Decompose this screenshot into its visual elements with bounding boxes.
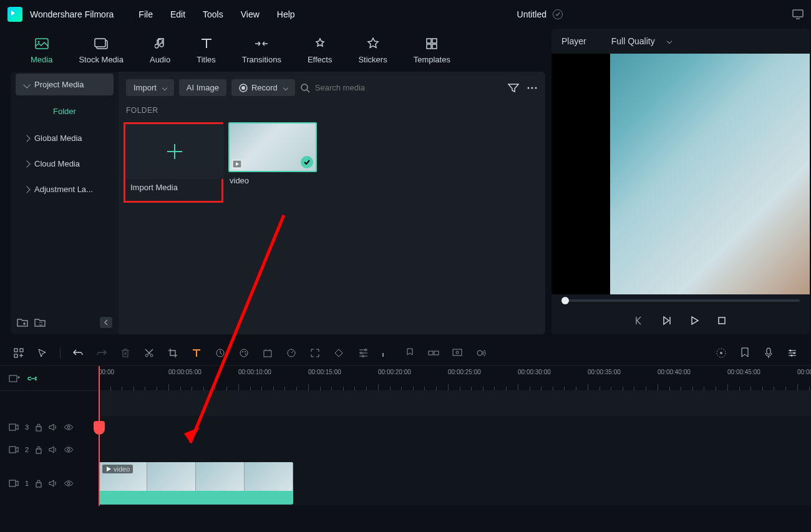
tab-templates[interactable]: Templates: [406, 34, 458, 67]
expand-icon[interactable]: [309, 347, 321, 359]
speed-icon[interactable]: [214, 347, 226, 359]
tab-stock-media[interactable]: Stock Media: [71, 34, 131, 67]
mixer-icon[interactable]: [786, 347, 799, 359]
visibility-icon[interactable]: [64, 447, 74, 453]
import-media-highlight: Import Media: [124, 122, 223, 203]
cursor-icon[interactable]: [36, 347, 49, 359]
ruler-track[interactable]: 00:0000:00:05:0000:00:10:0000:00:15:0000…: [99, 366, 811, 390]
marker-tool-icon[interactable]: [404, 347, 416, 359]
monitor-icon[interactable]: [792, 9, 804, 19]
color-icon[interactable]: [238, 347, 250, 359]
playhead-handle[interactable]: [94, 421, 105, 435]
new-folder-icon[interactable]: [17, 317, 28, 327]
menu-view[interactable]: View: [241, 9, 260, 19]
lock-icon[interactable]: [35, 445, 42, 454]
menu-tools[interactable]: Tools: [203, 9, 223, 19]
crop-icon[interactable]: [167, 347, 179, 359]
player-panel: Player Full Quality: [551, 29, 810, 334]
track-content[interactable]: [99, 416, 811, 438]
lock-icon[interactable]: [35, 423, 42, 432]
search-input[interactable]: [315, 83, 503, 92]
green-screen-icon[interactable]: [261, 347, 274, 359]
svg-rect-49: [9, 447, 16, 453]
preview-viewport[interactable]: [551, 54, 810, 294]
cut-icon[interactable]: [143, 347, 155, 359]
more-icon[interactable]: [527, 87, 538, 89]
menu-edit[interactable]: Edit: [170, 9, 185, 19]
ai-image-button[interactable]: AI Image: [179, 79, 226, 96]
svg-point-15: [532, 87, 533, 89]
undo-icon[interactable]: [72, 347, 84, 359]
detach-icon[interactable]: [427, 347, 440, 359]
svg-rect-8: [427, 44, 431, 49]
step-back-button[interactable]: [633, 314, 646, 327]
sidebar-global-media[interactable]: Global Media: [16, 127, 114, 149]
svg-point-33: [362, 355, 364, 357]
mute-icon[interactable]: [49, 480, 57, 487]
playhead[interactable]: [99, 366, 100, 506]
media-grid: Import Media video: [119, 117, 545, 208]
filter-icon[interactable]: [508, 83, 519, 93]
sidebar-cloud-media[interactable]: Cloud Media: [16, 153, 114, 175]
quality-select[interactable]: Full Quality: [611, 36, 671, 46]
add-icon[interactable]: [9, 374, 20, 384]
scrubber[interactable]: [551, 294, 810, 307]
folder-sync-icon[interactable]: [34, 317, 46, 327]
tab-stickers[interactable]: Stickers: [351, 34, 394, 67]
render-icon[interactable]: [451, 347, 464, 359]
preview-image: [610, 54, 810, 294]
visibility-icon[interactable]: [64, 424, 74, 430]
svg-rect-18: [719, 317, 725, 324]
stop-button[interactable]: [716, 314, 728, 327]
timeline-ruler[interactable]: 00:0000:00:05:0000:00:10:0000:00:15:0000…: [0, 366, 811, 391]
record-button[interactable]: Record: [231, 79, 295, 96]
mute-icon[interactable]: [49, 446, 57, 453]
timeline-clip[interactable]: video: [99, 462, 293, 505]
player-label: Player: [561, 36, 586, 46]
mute-icon[interactable]: [49, 423, 57, 431]
tab-audio[interactable]: Audio: [142, 34, 178, 67]
speed-ramp-icon[interactable]: [285, 347, 298, 359]
voiceover-icon[interactable]: [475, 347, 487, 359]
media-content: Project Media Folder Global Media Cloud …: [11, 72, 545, 334]
chevron-down-icon: [666, 39, 671, 44]
sidebar-adjustment-layers[interactable]: Adjustment La...: [16, 178, 114, 200]
play-next-button[interactable]: [661, 314, 673, 327]
import-media-button[interactable]: [125, 124, 224, 179]
sidebar-folder[interactable]: Folder: [16, 99, 114, 123]
lock-icon[interactable]: [35, 479, 42, 488]
svg-rect-46: [9, 424, 16, 430]
visibility-icon[interactable]: [64, 480, 74, 486]
scrub-head[interactable]: [561, 297, 569, 304]
media-clip[interactable]: video: [228, 122, 327, 203]
ruler-left: [0, 366, 99, 390]
add-track-icon[interactable]: [12, 347, 25, 359]
link-icon[interactable]: [27, 375, 39, 382]
tab-effects[interactable]: Effects: [300, 34, 340, 67]
track-content[interactable]: [99, 438, 811, 461]
clip-label: video: [102, 465, 133, 473]
tab-transitions[interactable]: Transitions: [235, 34, 289, 67]
text-icon[interactable]: [190, 347, 203, 359]
adjust-icon[interactable]: [356, 347, 369, 359]
sidebar-project-media[interactable]: Project Media: [16, 74, 114, 95]
menu-file[interactable]: File: [138, 9, 153, 19]
import-button[interactable]: Import: [126, 79, 174, 96]
tab-media[interactable]: Media: [23, 34, 60, 67]
collapse-sidebar-button[interactable]: [100, 317, 112, 328]
delete-icon[interactable]: [119, 347, 132, 359]
tab-titles[interactable]: Titles: [189, 34, 223, 67]
menu-help[interactable]: Help: [277, 9, 295, 19]
marker-icon[interactable]: [739, 347, 751, 359]
settings-ring-icon[interactable]: [715, 347, 727, 359]
mic-icon[interactable]: [762, 347, 775, 359]
svg-rect-5: [95, 39, 105, 47]
track-content[interactable]: video: [99, 461, 811, 506]
title-bar: Wondershare Filmora File Edit Tools View…: [0, 0, 811, 29]
track-content-empty[interactable]: [99, 391, 811, 416]
play-button[interactable]: [688, 314, 701, 327]
keyframe-icon[interactable]: [333, 347, 345, 359]
redo-icon[interactable]: [95, 347, 108, 359]
audio-mixer-icon[interactable]: [380, 347, 392, 359]
svg-line-13: [307, 90, 309, 92]
